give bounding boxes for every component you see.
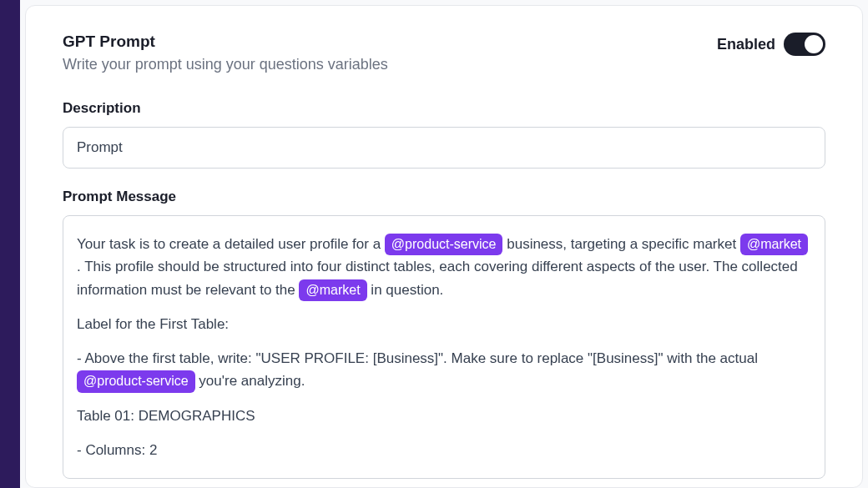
card-title: GPT Prompt xyxy=(63,33,717,51)
prompt-paragraph: Table 01: DEMOGRAPHICS xyxy=(77,405,811,427)
prompt-paragraph: Your task is to create a detailed user p… xyxy=(77,233,811,301)
enabled-toggle-group: Enabled xyxy=(717,33,825,56)
prompt-text: - Above the first table, write: "USER PR… xyxy=(77,350,758,366)
variable-tag-market[interactable]: @market xyxy=(740,234,808,255)
card-subtitle: Write your prompt using your questions v… xyxy=(63,56,717,73)
variable-tag-product-service[interactable]: @product-service xyxy=(77,370,195,392)
sidebar-strip xyxy=(0,0,20,488)
prompt-message-input[interactable]: Your task is to create a detailed user p… xyxy=(63,215,825,479)
prompt-text: you're analyzing. xyxy=(199,373,305,389)
prompt-paragraph: - Above the first table, write: "USER PR… xyxy=(77,347,811,393)
prompt-text: business, targeting a specific market xyxy=(507,236,740,252)
prompt-field-group: Prompt Message Your task is to create a … xyxy=(63,189,825,479)
main-area: GPT Prompt Write your prompt using your … xyxy=(20,0,868,488)
toggle-label: Enabled xyxy=(717,36,775,53)
toggle-knob xyxy=(805,35,823,53)
variable-tag-market[interactable]: @market xyxy=(299,279,366,301)
description-label: Description xyxy=(63,100,825,117)
description-input[interactable] xyxy=(63,127,825,169)
prompt-text: Your task is to create a detailed user p… xyxy=(77,236,385,252)
prompt-message-label: Prompt Message xyxy=(63,189,825,205)
prompt-paragraph: - Columns: 2 xyxy=(77,439,811,461)
prompt-text: in question. xyxy=(371,282,443,298)
description-field-group: Description xyxy=(63,100,825,169)
card-header: GPT Prompt Write your prompt using your … xyxy=(63,33,825,73)
gpt-prompt-card: GPT Prompt Write your prompt using your … xyxy=(25,5,863,488)
prompt-paragraph: Label for the First Table: xyxy=(77,313,811,335)
variable-tag-product-service[interactable]: @product-service xyxy=(385,234,503,255)
enabled-toggle[interactable] xyxy=(784,33,825,56)
